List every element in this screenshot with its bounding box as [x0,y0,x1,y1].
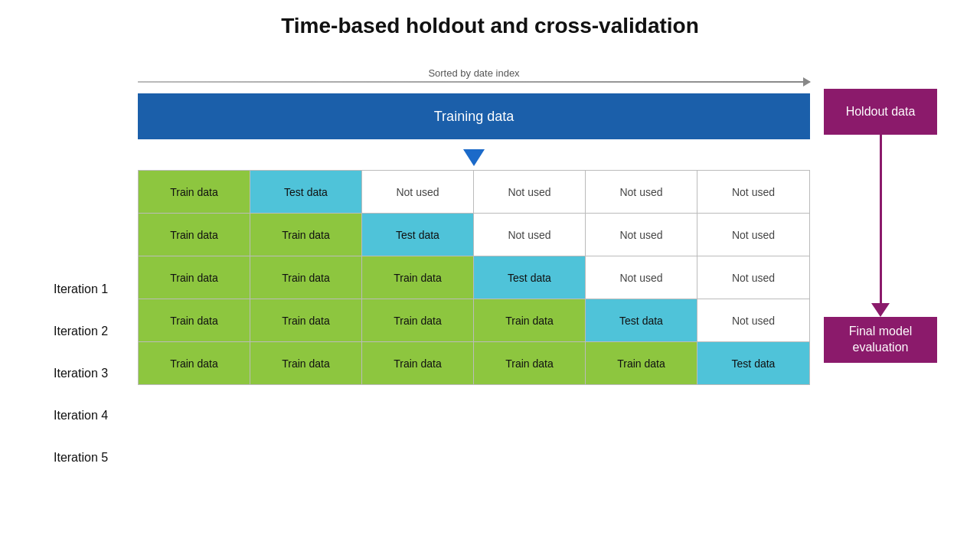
cell-iter1-col3: Not used [362,171,474,213]
final-eval-box: Final model evaluation [824,317,937,363]
page-title: Time-based holdout and cross-validation [281,14,699,38]
sort-arrow-line [138,81,810,83]
iteration-row: Train dataTrain dataTrain dataTrain data… [139,299,809,342]
page: Time-based holdout and cross-validation … [0,0,980,545]
iterations-grid: Train dataTest dataNot usedNot usedNot u… [138,170,810,385]
training-bar-row: Training data [138,93,810,139]
training-bar: Training data [138,93,810,139]
iteration-row: Train dataTrain dataTest dataNot usedNot… [139,214,809,256]
iteration-row: Train dataTest dataNot usedNot usedNot u… [139,171,809,214]
cell-iter1-col4: Not used [474,171,586,213]
cell-iter4-col6: Not used [697,299,809,341]
cell-iter5-col1: Train data [139,342,250,384]
cell-iter3-col6: Not used [697,256,809,299]
sort-arrow-row: Sorted by date index [138,61,810,89]
diagram-area: Iteration 1Iteration 2Iteration 3Iterati… [54,61,926,478]
cell-iter2-col5: Not used [586,214,697,256]
cell-iter4-col1: Train data [139,299,250,341]
cell-iter2-col6: Not used [697,214,809,256]
right-arrow-line [880,135,882,303]
right-arrow-head-icon [871,303,890,317]
iteration-label-3: Iteration 3 [54,352,138,394]
iteration-row: Train dataTrain dataTrain dataTrain data… [139,342,809,385]
sort-label: Sorted by date index [428,67,519,79]
cell-iter3-col3: Train data [362,256,474,299]
cell-iter1-col1: Train data [139,171,250,213]
holdout-bar: Holdout data [824,89,937,135]
iteration-label-5: Iteration 5 [54,436,138,478]
iteration-label-1: Iteration 1 [54,268,138,310]
cell-iter5-col3: Train data [362,342,474,384]
cell-iter1-col5: Not used [586,171,697,213]
cell-iter2-col1: Train data [139,214,250,256]
cell-iter1-col2: Test data [250,171,362,213]
cell-iter5-col4: Train data [474,342,586,384]
cell-iter4-col4: Train data [474,299,586,341]
cell-iter2-col2: Train data [250,214,362,256]
cell-iter3-col1: Train data [139,256,250,299]
cell-iter3-col2: Train data [250,256,362,299]
cell-iter4-col2: Train data [250,299,362,341]
cell-iter3-col4: Test data [474,256,586,299]
iteration-labels: Iteration 1Iteration 2Iteration 3Iterati… [54,61,138,478]
right-arrow-container: Final model evaluation [824,135,937,363]
center-area: Sorted by date index Training data Train… [138,61,810,385]
cell-iter5-col5: Train data [586,342,697,384]
right-area: Holdout data Final model evaluation [824,61,937,363]
cell-iter4-col3: Train data [362,299,474,341]
cell-iter1-col6: Not used [697,171,809,213]
down-arrow-row [138,145,810,170]
cell-iter4-col5: Test data [586,299,697,341]
iteration-row: Train dataTrain dataTrain dataTest dataN… [139,256,809,299]
iteration-label-2: Iteration 2 [54,310,138,352]
down-arrow-icon [463,149,485,166]
cell-iter2-col4: Not used [474,214,586,256]
cell-iter5-col6: Test data [697,342,809,384]
cell-iter3-col5: Not used [586,256,697,299]
cell-iter5-col2: Train data [250,342,362,384]
cell-iter2-col3: Test data [362,214,474,256]
iteration-label-4: Iteration 4 [54,394,138,436]
